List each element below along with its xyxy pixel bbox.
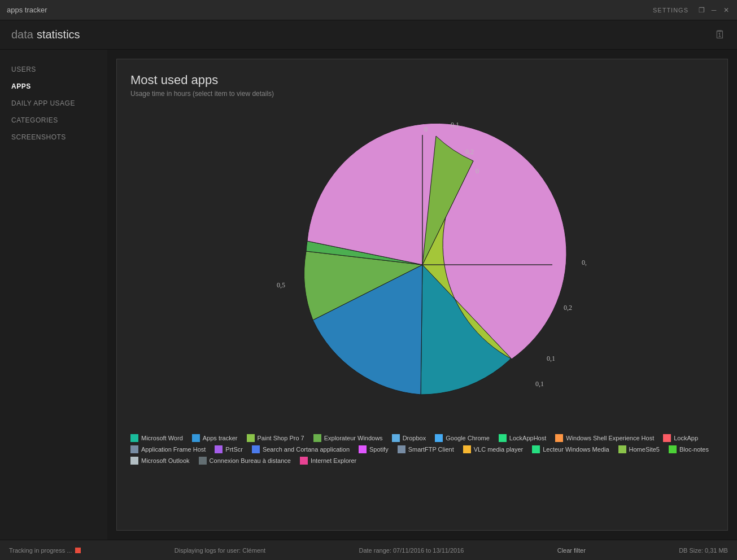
status-bar: Tracking in progress ... Displaying logs… xyxy=(0,540,737,560)
legend-item[interactable]: Application Frame Host xyxy=(130,445,206,453)
sidebar-item-categories[interactable]: CATEGORIES xyxy=(0,112,107,129)
chart-subtitle: Usage time in hours (select item to view… xyxy=(130,90,714,98)
legend-color-swatch xyxy=(435,434,443,442)
legend-color-swatch xyxy=(618,445,626,453)
legend-item[interactable]: Apps tracker xyxy=(192,434,238,442)
legend-item[interactable]: Windows Shell Experience Host xyxy=(555,434,654,442)
db-size: DB Size: 0,31 MB xyxy=(679,547,728,554)
legend-label: Lecteur Windows Media xyxy=(543,446,609,453)
legend-color-swatch xyxy=(313,434,321,442)
sidebar-item-apps[interactable]: APPS xyxy=(0,78,107,95)
legend-label: Google Chrome xyxy=(446,435,490,441)
legend-color-swatch xyxy=(130,445,138,453)
legend-label: SmartFTP Client xyxy=(408,446,454,453)
header-stats-label: statistics xyxy=(37,28,80,41)
legend-color-swatch xyxy=(555,434,563,442)
legend-label: Windows Shell Experience Host xyxy=(566,435,654,441)
app-title: apps tracker xyxy=(7,6,47,14)
header-data-label: data xyxy=(11,28,33,41)
legend-item[interactable]: LockApp xyxy=(663,434,698,442)
sidebar: USERS APPS DAILY APP USAGE CATEGORIES SC… xyxy=(0,50,107,540)
close-button[interactable]: ✕ xyxy=(722,6,730,14)
legend-item[interactable]: Explorateur Windows xyxy=(313,434,383,442)
legend-color-swatch xyxy=(252,445,260,453)
legend-label: Microsoft Word xyxy=(141,435,183,441)
legend-color-swatch xyxy=(359,445,367,453)
legend-label: Explorateur Windows xyxy=(324,435,383,441)
legend-item[interactable]: SmartFTP Client xyxy=(398,445,454,453)
displaying-logs: Displaying logs for user: Clément xyxy=(175,547,265,554)
legend-color-swatch xyxy=(130,457,138,465)
legend-color-swatch xyxy=(192,434,200,442)
status-left: Tracking in progress ... xyxy=(9,547,81,554)
label-right-top: 0,4 xyxy=(582,259,586,266)
app-header: data statistics 🗓 xyxy=(0,20,737,50)
legend-color-swatch xyxy=(392,434,400,442)
legend-color-swatch xyxy=(532,445,540,453)
legend-color-swatch xyxy=(499,434,507,442)
legend-item[interactable]: Microsoft Outlook xyxy=(130,457,190,465)
main-layout: USERS APPS DAILY APP USAGE CATEGORIES SC… xyxy=(0,50,737,540)
legend-item[interactable]: Paint Shop Pro 7 xyxy=(247,434,304,442)
legend-item[interactable]: Dropbox xyxy=(392,434,426,442)
legend-color-swatch xyxy=(463,445,471,453)
chart-container: Most used apps Usage time in hours (sele… xyxy=(116,59,728,531)
title-bar: apps tracker SETTINGS ❐ ─ ✕ xyxy=(0,0,737,20)
legend: Microsoft WordApps trackerPaint Shop Pro… xyxy=(130,434,714,465)
window-controls: ❐ ─ ✕ xyxy=(697,6,730,14)
legend-item[interactable]: LockAppHost xyxy=(499,434,546,442)
legend-color-swatch xyxy=(130,434,138,442)
legend-color-swatch xyxy=(663,434,671,442)
label-top-right: 0,1 xyxy=(451,121,459,129)
chart-title: Most used apps xyxy=(130,73,714,88)
legend-item[interactable]: VLC media player xyxy=(463,445,523,453)
date-range: Date range: 07/11/2016 to 13/11/2016 xyxy=(359,547,464,554)
label-right-low: 0,1 xyxy=(547,355,555,362)
sidebar-item-users[interactable]: USERS xyxy=(0,61,107,78)
legend-item[interactable]: Microsoft Word xyxy=(130,434,183,442)
legend-label: Microsoft Outlook xyxy=(141,457,190,464)
sidebar-item-daily-app-usage[interactable]: DAILY APP USAGE xyxy=(0,95,107,112)
legend-label: LockApp xyxy=(674,435,698,441)
legend-label: Paint Shop Pro 7 xyxy=(258,435,304,441)
legend-label: PrtScr xyxy=(225,446,243,453)
legend-label: Bloc-notes xyxy=(679,446,709,453)
pie-chart-svg: 0 0,4 0,2 0,1 0,1 0,5 0,1 0,2 0 xyxy=(259,107,586,423)
content-area: Most used apps Usage time in hours (sele… xyxy=(107,50,737,540)
calendar-icon[interactable]: 🗓 xyxy=(714,28,726,41)
legend-color-swatch xyxy=(669,445,677,453)
label-top: 0 xyxy=(424,125,428,133)
legend-item[interactable]: Internet Explorer xyxy=(300,457,356,465)
clear-filter[interactable]: Clear filter xyxy=(557,547,586,554)
legend-item[interactable]: Search and Cortana application xyxy=(252,445,350,453)
legend-label: Search and Cortana application xyxy=(263,446,350,453)
legend-color-swatch xyxy=(215,445,223,453)
legend-item[interactable]: Connexion Bureau à distance xyxy=(199,457,291,465)
legend-item[interactable]: PrtScr xyxy=(215,445,243,453)
legend-label: VLC media player xyxy=(474,446,523,453)
legend-item[interactable]: Bloc-notes xyxy=(669,445,709,453)
legend-item[interactable]: Google Chrome xyxy=(435,434,490,442)
legend-item[interactable]: Spotify xyxy=(359,445,389,453)
legend-color-swatch xyxy=(199,457,207,465)
legend-label: Application Frame Host xyxy=(141,446,206,453)
pie-chart-area: 0 0,4 0,2 0,1 0,1 0,5 0,1 0,2 0 xyxy=(130,107,714,423)
legend-label: HomeSite5 xyxy=(629,446,660,453)
label-upper-right: 0,2 xyxy=(465,148,474,156)
settings-label[interactable]: SETTINGS xyxy=(653,7,688,14)
label-right-mid: 0,2 xyxy=(564,304,572,312)
legend-label: Connexion Bureau à distance xyxy=(210,457,291,464)
legend-item[interactable]: HomeSite5 xyxy=(618,445,660,453)
sidebar-item-screenshots[interactable]: SCREENSHOTS xyxy=(0,129,107,146)
minimize-button[interactable]: ─ xyxy=(710,6,718,14)
legend-item[interactable]: Lecteur Windows Media xyxy=(532,445,609,453)
label-bottom-right: 0,1 xyxy=(535,380,544,388)
title-bar-right: SETTINGS ❐ ─ ✕ xyxy=(653,6,730,14)
tracking-dot xyxy=(75,548,81,553)
label-left-mid: 0,5 xyxy=(277,281,285,289)
legend-color-swatch xyxy=(300,457,308,465)
header-title: data statistics xyxy=(11,28,80,41)
legend-label: LockAppHost xyxy=(509,435,546,441)
restore-button[interactable]: ❐ xyxy=(697,6,705,14)
legend-color-swatch xyxy=(398,445,405,453)
